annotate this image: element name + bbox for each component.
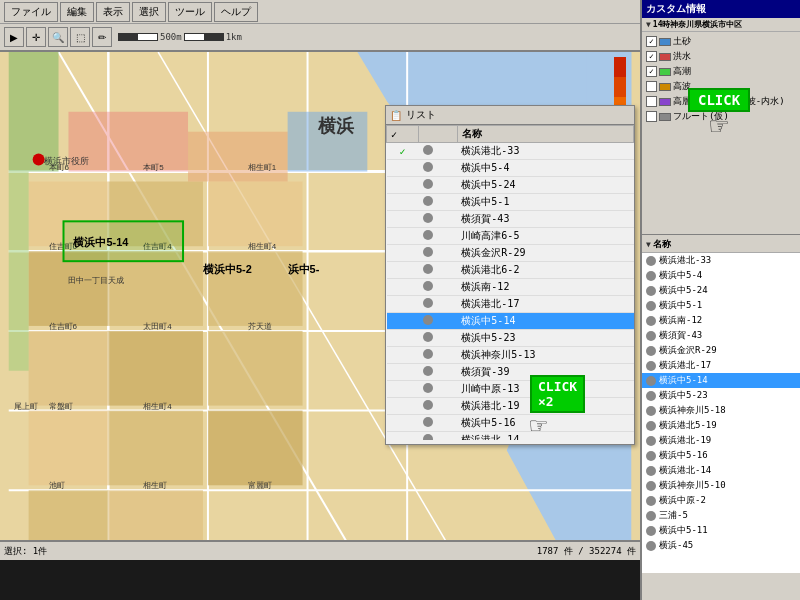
list-dot [646,526,656,536]
list-row[interactable]: 横須賀-43 [387,211,634,228]
layer-tree-item[interactable]: ✓ 土砂 [644,34,798,49]
right-list-item[interactable]: 横浜中原-2 [642,493,800,508]
list-cell-name: 横浜中5-16 [457,415,633,432]
right-list-item[interactable]: 横浜中5-14 [642,373,800,388]
layer-label: 洪水 [673,50,691,63]
right-list-item[interactable]: 横浜中5-23 [642,388,800,403]
svg-rect-24 [108,411,203,486]
right-list-item[interactable]: 横浜港北-17 [642,358,800,373]
list-row[interactable]: 横浜港北6-2 [387,262,634,279]
list-row[interactable]: 川崎高津6-5 [387,228,634,245]
svg-text:尾上町: 尾上町 [14,402,38,411]
expander1[interactable]: ▼ [646,20,651,29]
menu-help[interactable]: ヘルプ [214,2,258,22]
layer-tree-item[interactable]: ✓ 高潮 [644,64,798,79]
list-row[interactable]: 横浜金沢R-29 [387,245,634,262]
menu-tools[interactable]: ツール [168,2,212,22]
menu-select[interactable]: 選択 [132,2,166,22]
layer-tree-item[interactable]: フルート(仮) [644,109,798,124]
list-cell-check [387,177,419,194]
svg-text:田中一丁目天成: 田中一丁目天成 [68,276,124,285]
tree-checkbox[interactable]: ✓ [646,51,657,62]
list-row[interactable]: 横浜中5-23 [387,330,634,347]
tool-btn-3[interactable]: 🔍 [48,27,68,47]
scale-bar: 500m 1km [118,32,242,42]
list-cell-name: 川崎中原-13 [457,381,633,398]
tree-checkbox[interactable] [646,111,657,122]
list-row[interactable]: 横浜港北-14 [387,432,634,441]
list-scroll[interactable]: ✓ 名称 ✓ 横浜港北-33 横浜中5-4 横浜中5-24 横浜中5-1 [386,125,634,440]
col-icon [419,126,458,143]
list-row[interactable]: 横浜中5-14 [387,313,634,330]
tree-checkbox[interactable]: ✓ [646,36,657,47]
right-list-item[interactable]: 三浦-5 [642,508,800,523]
right-list-item[interactable]: 横浜神奈川5-10 [642,478,800,493]
list-cell-icon [419,262,458,279]
menu-file[interactable]: ファイル [4,2,58,22]
list-dot [646,511,656,521]
svg-text:相生町4: 相生町4 [248,242,277,251]
layer-tree-item[interactable]: 高波 [644,79,798,94]
color-swatch [659,53,671,61]
tree-checkbox[interactable] [646,81,657,92]
list-row[interactable]: 横浜中5-1 [387,194,634,211]
right-list-item[interactable]: 横浜港北-14 [642,463,800,478]
tool-btn-5[interactable]: ✏ [92,27,112,47]
list-dot [646,541,656,551]
tool-btn-2[interactable]: ✛ [26,27,46,47]
panel-title-text: カスタム情報 [646,2,706,16]
list-dot [646,271,656,281]
color-swatch [659,38,671,46]
right-list-item[interactable]: 横浜中5-4 [642,268,800,283]
list-cell-icon [419,177,458,194]
tool-btn-1[interactable]: ▶ [4,27,24,47]
list-cell-icon [419,364,458,381]
list-cell-check [387,194,419,211]
list-row[interactable]: 横浜中5-24 [387,177,634,194]
right-list-item[interactable]: 横浜南-12 [642,313,800,328]
list-row[interactable]: 横須賀-39 [387,364,634,381]
list-row[interactable]: ✓ 横浜港北-33 [387,143,634,160]
right-list-item[interactable]: 横浜港北-33 [642,253,800,268]
list-row[interactable]: 横浜南-12 [387,279,634,296]
panel-content: ▼ 14時神奈川県横浜市中区 ✓ 土砂 ✓ 洪水 ✓ 高潮 高波 高層集合住宅 … [642,18,800,600]
right-list-item[interactable]: 横浜港北5-19 [642,418,800,433]
list-row[interactable]: 横浜神奈川5-13 [387,347,634,364]
layer-tree-item[interactable]: 高層集合住宅 (津波-内水) [644,94,798,109]
right-list-item[interactable]: 横須賀-43 [642,328,800,343]
list-row[interactable]: 横浜港北-19 [387,398,634,415]
right-list-item[interactable]: 横浜神奈川5-18 [642,403,800,418]
list-cell-check: ✓ [387,143,419,160]
list-dot [646,346,656,356]
right-list-item[interactable]: 横浜中5-24 [642,283,800,298]
list-cell-icon [419,432,458,441]
list-dot [646,331,656,341]
right-list-item[interactable]: 横浜中5-16 [642,448,800,463]
list-cell-icon [419,245,458,262]
list-row[interactable]: 横浜港北-17 [387,296,634,313]
right-list[interactable]: 横浜港北-33 横浜中5-4 横浜中5-24 横浜中5-1 横浜南-12 横須賀… [642,253,800,573]
list-cell-name: 横浜港北-14 [457,432,633,441]
menu-edit[interactable]: 編集 [60,2,94,22]
tree-checkbox[interactable]: ✓ [646,66,657,77]
list-cell-name: 横浜神奈川5-13 [457,347,633,364]
list-row[interactable]: 横浜中5-4 [387,160,634,177]
right-list-item[interactable]: 横浜金沢R-29 [642,343,800,358]
toolbar-tools: ▶ ✛ 🔍 ⬚ ✏ 500m 1km [0,24,640,50]
list-cell-icon [419,143,458,160]
list-cell-check [387,364,419,381]
expander2[interactable]: ▼ [646,240,651,249]
right-list-item[interactable]: 横浜-45 [642,538,800,553]
right-list-item[interactable]: 横浜港北-19 [642,433,800,448]
list-cell-name: 横浜中5-4 [457,160,633,177]
layer-tree-item[interactable]: ✓ 洪水 [644,49,798,64]
list-row[interactable]: 川崎中原-13 [387,381,634,398]
svg-rect-16 [29,251,109,326]
right-list-item[interactable]: 横浜中5-1 [642,298,800,313]
tree-checkbox[interactable] [646,96,657,107]
tool-btn-4[interactable]: ⬚ [70,27,90,47]
right-list-item[interactable]: 横浜中5-11 [642,523,800,538]
menu-view[interactable]: 表示 [96,2,130,22]
list-row[interactable]: 横浜中5-16 [387,415,634,432]
layer-tree: ✓ 土砂 ✓ 洪水 ✓ 高潮 高波 高層集合住宅 (津波-内水) フルート(仮) [642,32,800,232]
